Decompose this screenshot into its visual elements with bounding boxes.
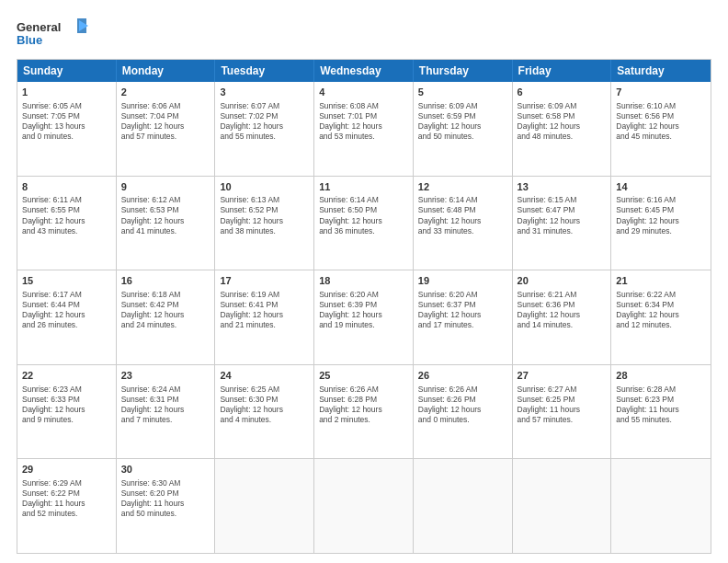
cal-day-27: 27Sunrise: 6:27 AMSunset: 6:25 PMDayligh… bbox=[513, 365, 612, 459]
logo-svg: General Blue bbox=[17, 17, 90, 52]
day-info: Sunrise: 6:11 AMSunset: 6:55 PMDaylight:… bbox=[22, 195, 111, 236]
cal-week-2: 8Sunrise: 6:11 AMSunset: 6:55 PMDaylight… bbox=[17, 177, 711, 271]
cal-empty bbox=[611, 459, 711, 553]
day-number: 21 bbox=[616, 274, 706, 288]
cal-day-17: 17Sunrise: 6:19 AMSunset: 6:41 PMDayligh… bbox=[215, 270, 314, 364]
page-header: General Blue bbox=[17, 17, 711, 52]
cal-week-5: 29Sunrise: 6:29 AMSunset: 6:22 PMDayligh… bbox=[17, 459, 711, 553]
day-info: Sunrise: 6:30 AMSunset: 6:20 PMDaylight:… bbox=[121, 478, 210, 519]
cal-day-26: 26Sunrise: 6:26 AMSunset: 6:26 PMDayligh… bbox=[414, 365, 513, 459]
day-info: Sunrise: 6:16 AMSunset: 6:45 PMDaylight:… bbox=[616, 195, 706, 236]
day-number: 11 bbox=[319, 180, 408, 194]
day-number: 20 bbox=[518, 274, 607, 288]
cal-day-9: 9Sunrise: 6:12 AMSunset: 6:53 PMDaylight… bbox=[117, 177, 216, 270]
cal-header-thursday: Thursday bbox=[414, 60, 513, 82]
cal-day-12: 12Sunrise: 6:14 AMSunset: 6:48 PMDayligh… bbox=[414, 177, 513, 270]
day-number: 12 bbox=[418, 180, 507, 194]
cal-empty bbox=[513, 459, 612, 553]
cal-day-20: 20Sunrise: 6:21 AMSunset: 6:36 PMDayligh… bbox=[513, 270, 612, 364]
day-info: Sunrise: 6:19 AMSunset: 6:41 PMDaylight:… bbox=[220, 290, 309, 330]
day-number: 1 bbox=[22, 86, 111, 99]
day-info: Sunrise: 6:26 AMSunset: 6:28 PMDaylight:… bbox=[319, 385, 408, 425]
calendar: SundayMondayTuesdayWednesdayThursdayFrid… bbox=[17, 59, 711, 554]
day-info: Sunrise: 6:18 AMSunset: 6:42 PMDaylight:… bbox=[121, 290, 210, 330]
day-number: 23 bbox=[121, 369, 210, 383]
cal-day-13: 13Sunrise: 6:15 AMSunset: 6:47 PMDayligh… bbox=[513, 177, 612, 270]
day-number: 16 bbox=[121, 274, 210, 288]
cal-header-monday: Monday bbox=[117, 60, 216, 82]
cal-empty bbox=[314, 459, 414, 553]
day-info: Sunrise: 6:28 AMSunset: 6:23 PMDaylight:… bbox=[616, 385, 706, 425]
day-number: 2 bbox=[121, 86, 210, 99]
cal-day-28: 28Sunrise: 6:28 AMSunset: 6:23 PMDayligh… bbox=[611, 365, 711, 459]
day-number: 8 bbox=[22, 180, 111, 194]
cal-empty bbox=[414, 459, 513, 553]
cal-day-10: 10Sunrise: 6:13 AMSunset: 6:52 PMDayligh… bbox=[215, 177, 314, 270]
cal-day-30: 30Sunrise: 6:30 AMSunset: 6:20 PMDayligh… bbox=[117, 459, 216, 553]
cal-header-saturday: Saturday bbox=[611, 60, 711, 82]
day-number: 6 bbox=[518, 86, 607, 99]
cal-header-wednesday: Wednesday bbox=[314, 60, 414, 82]
day-info: Sunrise: 6:08 AMSunset: 7:01 PMDaylight:… bbox=[319, 101, 408, 142]
day-number: 13 bbox=[518, 180, 607, 194]
cal-day-29: 29Sunrise: 6:29 AMSunset: 6:22 PMDayligh… bbox=[17, 459, 117, 553]
day-info: Sunrise: 6:13 AMSunset: 6:52 PMDaylight:… bbox=[220, 195, 309, 236]
cal-day-14: 14Sunrise: 6:16 AMSunset: 6:45 PMDayligh… bbox=[611, 177, 711, 270]
cal-day-4: 4Sunrise: 6:08 AMSunset: 7:01 PMDaylight… bbox=[314, 82, 414, 176]
day-info: Sunrise: 6:15 AMSunset: 6:47 PMDaylight:… bbox=[518, 195, 607, 236]
cal-day-2: 2Sunrise: 6:06 AMSunset: 7:04 PMDaylight… bbox=[117, 82, 216, 176]
day-info: Sunrise: 6:17 AMSunset: 6:44 PMDaylight:… bbox=[22, 290, 111, 330]
day-info: Sunrise: 6:20 AMSunset: 6:37 PMDaylight:… bbox=[418, 290, 507, 330]
cal-day-6: 6Sunrise: 6:09 AMSunset: 6:58 PMDaylight… bbox=[513, 82, 612, 176]
cal-day-23: 23Sunrise: 6:24 AMSunset: 6:31 PMDayligh… bbox=[117, 365, 216, 459]
cal-header-friday: Friday bbox=[513, 60, 612, 82]
day-number: 22 bbox=[22, 369, 111, 383]
cal-day-21: 21Sunrise: 6:22 AMSunset: 6:34 PMDayligh… bbox=[611, 270, 711, 364]
day-info: Sunrise: 6:14 AMSunset: 6:50 PMDaylight:… bbox=[319, 195, 408, 236]
day-info: Sunrise: 6:24 AMSunset: 6:31 PMDaylight:… bbox=[121, 385, 210, 425]
day-info: Sunrise: 6:12 AMSunset: 6:53 PMDaylight:… bbox=[121, 195, 210, 236]
day-number: 7 bbox=[616, 86, 706, 99]
cal-week-1: 1Sunrise: 6:05 AMSunset: 7:05 PMDaylight… bbox=[17, 82, 711, 177]
day-number: 18 bbox=[319, 274, 408, 288]
day-info: Sunrise: 6:14 AMSunset: 6:48 PMDaylight:… bbox=[418, 195, 507, 236]
cal-day-1: 1Sunrise: 6:05 AMSunset: 7:05 PMDaylight… bbox=[17, 82, 117, 176]
day-number: 17 bbox=[220, 274, 309, 288]
day-number: 19 bbox=[418, 274, 507, 288]
cal-day-5: 5Sunrise: 6:09 AMSunset: 6:59 PMDaylight… bbox=[414, 82, 513, 176]
day-info: Sunrise: 6:22 AMSunset: 6:34 PMDaylight:… bbox=[616, 290, 706, 330]
day-number: 26 bbox=[418, 369, 507, 383]
day-info: Sunrise: 6:23 AMSunset: 6:33 PMDaylight:… bbox=[22, 385, 111, 425]
day-number: 5 bbox=[418, 86, 507, 99]
cal-day-24: 24Sunrise: 6:25 AMSunset: 6:30 PMDayligh… bbox=[215, 365, 314, 459]
day-number: 25 bbox=[319, 369, 408, 383]
day-info: Sunrise: 6:09 AMSunset: 6:58 PMDaylight:… bbox=[518, 101, 607, 142]
cal-day-3: 3Sunrise: 6:07 AMSunset: 7:02 PMDaylight… bbox=[215, 82, 314, 176]
cal-day-18: 18Sunrise: 6:20 AMSunset: 6:39 PMDayligh… bbox=[314, 270, 414, 364]
day-number: 4 bbox=[319, 86, 408, 99]
day-info: Sunrise: 6:07 AMSunset: 7:02 PMDaylight:… bbox=[220, 101, 309, 142]
day-number: 24 bbox=[220, 369, 309, 383]
day-info: Sunrise: 6:29 AMSunset: 6:22 PMDaylight:… bbox=[22, 478, 111, 519]
day-info: Sunrise: 6:10 AMSunset: 6:56 PMDaylight:… bbox=[616, 101, 706, 142]
day-info: Sunrise: 6:27 AMSunset: 6:25 PMDaylight:… bbox=[518, 385, 607, 425]
cal-day-7: 7Sunrise: 6:10 AMSunset: 6:56 PMDaylight… bbox=[611, 82, 711, 176]
calendar-body: 1Sunrise: 6:05 AMSunset: 7:05 PMDaylight… bbox=[17, 82, 711, 553]
day-number: 9 bbox=[121, 180, 210, 194]
day-info: Sunrise: 6:06 AMSunset: 7:04 PMDaylight:… bbox=[121, 101, 210, 142]
day-number: 27 bbox=[518, 369, 607, 383]
day-info: Sunrise: 6:26 AMSunset: 6:26 PMDaylight:… bbox=[418, 385, 507, 425]
cal-day-22: 22Sunrise: 6:23 AMSunset: 6:33 PMDayligh… bbox=[17, 365, 117, 459]
day-info: Sunrise: 6:25 AMSunset: 6:30 PMDaylight:… bbox=[220, 385, 309, 425]
cal-week-3: 15Sunrise: 6:17 AMSunset: 6:44 PMDayligh… bbox=[17, 270, 711, 365]
day-number: 28 bbox=[616, 369, 706, 383]
cal-day-11: 11Sunrise: 6:14 AMSunset: 6:50 PMDayligh… bbox=[314, 177, 414, 270]
cal-day-16: 16Sunrise: 6:18 AMSunset: 6:42 PMDayligh… bbox=[117, 270, 216, 364]
cal-day-8: 8Sunrise: 6:11 AMSunset: 6:55 PMDaylight… bbox=[17, 177, 117, 270]
day-number: 14 bbox=[616, 180, 706, 194]
cal-day-19: 19Sunrise: 6:20 AMSunset: 6:37 PMDayligh… bbox=[414, 270, 513, 364]
day-number: 15 bbox=[22, 274, 111, 288]
svg-text:Blue: Blue bbox=[17, 33, 42, 47]
cal-day-15: 15Sunrise: 6:17 AMSunset: 6:44 PMDayligh… bbox=[17, 270, 117, 364]
day-info: Sunrise: 6:09 AMSunset: 6:59 PMDaylight:… bbox=[418, 101, 507, 142]
